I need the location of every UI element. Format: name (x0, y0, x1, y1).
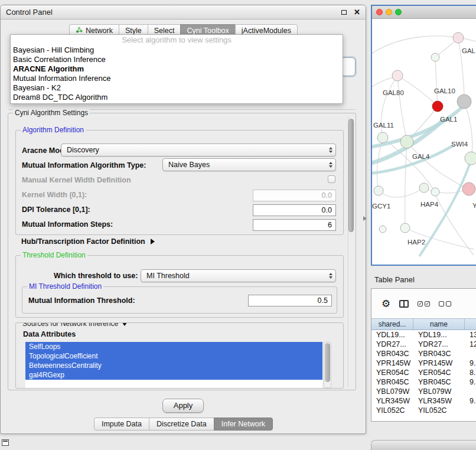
network-view-window: GALGAL80GAL10GAL11GAL1SWI4GAL4GCY1HAP4HA… (371, 5, 476, 266)
combo-arrows-icon (329, 159, 332, 171)
table-cell: YBL079W (413, 387, 465, 396)
algorithm-option-aracne-algorithm[interactable]: ARACNE Algorithm (11, 64, 343, 74)
table-row[interactable]: YER054CYER054C8. (371, 368, 476, 377)
bottom-tab-discretize-data[interactable]: Discretize Data (149, 418, 214, 431)
network-node[interactable] (377, 132, 388, 143)
network-node[interactable] (431, 188, 439, 196)
mi-steps-field[interactable]: 6 (253, 219, 336, 231)
bottom-tab-impute-data[interactable]: Impute Data (94, 418, 149, 431)
algorithm-dropdown-popup: Select algorithm to view settings Bayesi… (10, 34, 343, 104)
minimize-traffic-light[interactable] (386, 9, 392, 15)
hub-definition-label: Hub/Transcription Factor Definition (21, 237, 145, 246)
network-node[interactable] (400, 223, 410, 233)
columns-icon[interactable] (399, 300, 409, 308)
table-cell: YBR043C (371, 350, 413, 358)
table-toolbar: ⚙ (371, 289, 476, 318)
tab-label: jActiveModules (242, 27, 291, 35)
network-node[interactable] (400, 135, 413, 148)
tab-label: Cyni Toolbox (187, 27, 229, 35)
attribute-item-selfloops[interactable]: SelfLoops (25, 342, 322, 351)
deselect-all-icon[interactable] (439, 301, 451, 306)
algorithm-option-bayesian-k2[interactable]: Bayesian - K2 (11, 83, 343, 93)
attribute-item-topologicalcoefficient[interactable]: TopologicalCoefficient (25, 351, 322, 361)
apply-button[interactable]: Apply (162, 399, 204, 413)
network-graph[interactable]: GALGAL80GAL10GAL11GAL1SWI4GAL4GCY1HAP4HA… (372, 19, 476, 265)
table-row[interactable]: YBL079WYBL079W (371, 387, 476, 396)
table-cell: YBR045C (413, 378, 465, 386)
column-header-cut[interactable] (465, 319, 476, 330)
settings-scrollbar[interactable] (348, 116, 354, 387)
network-node[interactable] (374, 186, 383, 195)
algorithm-definition-group: Algorithm Definition Aracne Mode: Discov… (15, 130, 344, 235)
column-header-shared[interactable]: shared... (371, 319, 413, 330)
mi-type-select[interactable]: Naive Bayes (162, 158, 336, 171)
aracne-mode-select[interactable]: Discovery (61, 144, 336, 156)
algorithm-combo-edge[interactable] (341, 57, 356, 76)
network-node[interactable] (379, 226, 386, 233)
close-traffic-light[interactable] (376, 9, 383, 15)
node-label-gal4: GAL4 (412, 153, 430, 160)
zoom-traffic-light[interactable] (395, 9, 402, 15)
network-canvas[interactable]: GALGAL80GAL10GAL11GAL1SWI4GAL4GCY1HAP4HA… (372, 19, 476, 265)
table-cell: YDR27... (371, 340, 413, 348)
algorithm-option-dream8-dc-tdc-algorithm[interactable]: Dream8 DC_TDC Algorithm (11, 93, 343, 102)
attribute-list-scrollbar[interactable] (324, 342, 331, 388)
mi-threshold-field[interactable]: 0.5 (248, 295, 332, 306)
table-cell: YBL079W (371, 387, 413, 396)
sources-group-title[interactable]: Sources for Network Inference (21, 322, 129, 329)
bottom-tab-infer-network[interactable]: Infer Network (214, 418, 273, 431)
table-header: shared...name (371, 318, 476, 330)
manual-kernel-checkbox[interactable] (328, 175, 335, 183)
bottom-panel-titlebar[interactable] (371, 440, 476, 450)
dpi-tolerance-field[interactable]: 0.0 (253, 204, 336, 216)
restore-panel-icon[interactable] (2, 439, 9, 446)
node-label-gal80: GAL80 (383, 89, 404, 96)
network-node[interactable] (465, 152, 476, 165)
table-row[interactable]: YDR27...YDR27...12 (371, 340, 476, 349)
network-node[interactable] (419, 183, 429, 193)
settings-group-title: Cyni Algorithm Settings (13, 109, 90, 117)
window-title: Control Panel (6, 8, 53, 17)
table-row[interactable]: YBR045CYBR045C9. (371, 377, 476, 387)
kernel-width-field[interactable]: 0.0 (253, 190, 336, 201)
node-label-gcy1: GCY1 (372, 203, 390, 210)
network-node[interactable] (431, 53, 439, 61)
table-cell: 9. (465, 397, 476, 405)
scrollbar-thumb[interactable] (348, 119, 354, 232)
scrollbar-thumb[interactable] (325, 343, 330, 382)
attribute-item-gal4rgexp[interactable]: gal4RGexp (25, 370, 322, 380)
select-all-icon[interactable] (418, 301, 430, 306)
float-window-icon[interactable] (341, 10, 347, 15)
table-row[interactable]: YIL052CYIL052C (371, 406, 476, 415)
column-header-name[interactable]: name (413, 319, 465, 330)
close-window-icon[interactable]: ✕ (354, 8, 360, 16)
network-node[interactable] (392, 70, 403, 81)
node-label-gal: GAL (462, 47, 476, 54)
node-label-hap2: HAP2 (407, 239, 425, 246)
which-threshold-select[interactable]: MI Threshold (141, 269, 336, 282)
sources-group: Sources for Network Inference Data Attri… (15, 322, 344, 389)
network-node[interactable] (462, 182, 475, 195)
table-cell: 8. (465, 369, 476, 377)
algorithm-option-basic-correlation-inference[interactable]: Basic Correlation Inference (11, 55, 343, 64)
node-label-gal1: GAL1 (440, 116, 457, 123)
table-row[interactable]: YLR345WYLR345W9. (371, 396, 476, 406)
network-node[interactable] (432, 101, 443, 112)
table-row[interactable]: YDL19...YDL19...13 (371, 330, 476, 340)
network-node[interactable] (457, 94, 471, 109)
combo-arrows-icon (329, 144, 332, 156)
algorithm-option-bayesian-hill-climbing[interactable]: Bayesian - Hill Climbing (11, 45, 343, 55)
table-cell: YDR27... (413, 340, 465, 348)
gear-icon[interactable]: ⚙ (382, 299, 390, 309)
network-node[interactable] (453, 32, 464, 43)
threshold-definition-title: Threshold Definition (21, 251, 87, 259)
table-panel-title: Table Panel (374, 275, 415, 284)
table-cell: YLR345W (371, 397, 413, 405)
attribute-item-betweennesscentrality[interactable]: BetweennessCentrality (25, 361, 322, 370)
table-row[interactable]: YPR145WYPR145W9. (371, 358, 476, 368)
hub-definition-toggle[interactable]: Hub/Transcription Factor Definition (21, 237, 158, 246)
panel-collapse-arrow-icon[interactable] (363, 216, 369, 221)
table-cell: YDL19... (371, 331, 413, 339)
algorithm-option-mutual-information-inference[interactable]: Mutual Information Inference (11, 74, 343, 83)
table-row[interactable]: YBR043CYBR043C (371, 349, 476, 358)
